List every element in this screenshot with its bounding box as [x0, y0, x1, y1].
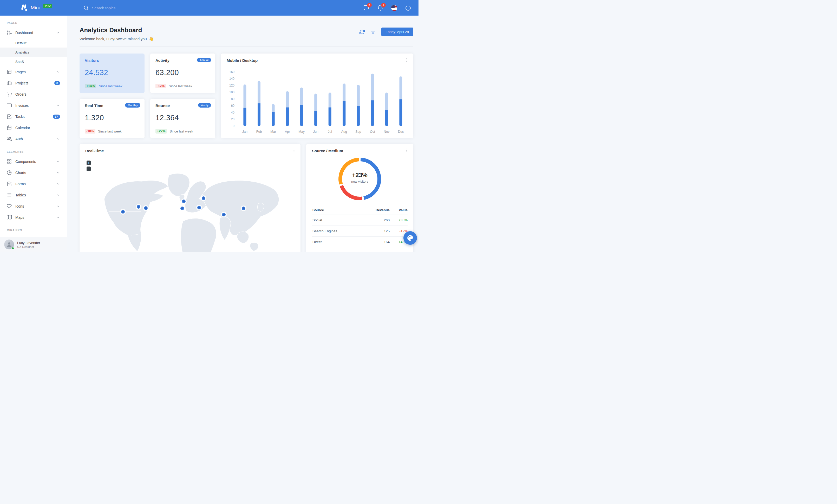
map-marker[interactable]	[136, 204, 141, 210]
messages-button[interactable]: 3	[363, 5, 369, 11]
sidebar-item-invoices[interactable]: Invoices	[0, 100, 67, 111]
sidebar-item-dashboard[interactable]: Dashboard	[0, 27, 67, 38]
calendar-icon	[7, 125, 12, 130]
chevron-down-icon	[56, 193, 60, 197]
sidebar-item-label: Tables	[15, 193, 53, 197]
sidebar-item-calendar[interactable]: Calendar	[0, 122, 67, 133]
sidebar-item-label: Components	[15, 160, 53, 164]
sidebar-item-analytics[interactable]: Analytics	[0, 48, 67, 57]
map-marker[interactable]	[120, 209, 126, 214]
map-zoom-in-button[interactable]: +	[87, 161, 91, 165]
chart-title: Mobile / Desktop	[227, 58, 408, 62]
col-revenue: Revenue	[362, 205, 390, 215]
theme-customizer-button[interactable]	[404, 231, 417, 245]
notifications-button[interactable]: 7	[377, 5, 384, 11]
language-flag-us[interactable]	[391, 5, 397, 11]
map-marker[interactable]	[201, 195, 207, 201]
map-zoom-out-button[interactable]: −	[87, 167, 91, 171]
more-vertical-icon[interactable]	[405, 58, 409, 62]
svg-text:May: May	[298, 130, 305, 133]
donut-center-label: new visitors	[336, 180, 383, 183]
sidebar-item-projects[interactable]: Projects 8	[0, 77, 67, 89]
sidebar-item-charts[interactable]: Charts	[0, 167, 67, 178]
more-vertical-icon[interactable]	[292, 148, 296, 153]
sidebar-section-mira-pro: MIRA PRO	[0, 223, 67, 234]
map-marker[interactable]	[196, 205, 202, 210]
search-input[interactable]	[92, 6, 149, 10]
chevron-down-icon	[56, 171, 60, 174]
map-marker[interactable]	[179, 205, 185, 211]
sign-out-button[interactable]	[405, 5, 411, 11]
more-vertical-icon[interactable]	[405, 148, 409, 153]
sidebar-item-maps[interactable]: Maps	[0, 212, 67, 223]
svg-text:Feb: Feb	[256, 130, 262, 133]
sidebar-item-tables[interactable]: Tables	[0, 189, 67, 201]
shopping-cart-icon	[7, 92, 12, 97]
header-actions: Today: April 29	[359, 27, 413, 36]
col-source: Source	[312, 205, 362, 215]
map-marker[interactable]	[241, 205, 246, 211]
pie-chart-icon	[7, 170, 12, 175]
svg-text:Sep: Sep	[355, 130, 361, 133]
stat-value: 24.532	[85, 68, 139, 77]
sidebar-item-tasks[interactable]: Tasks 17	[0, 111, 67, 122]
pro-badge: PRO	[43, 4, 53, 8]
sidebar-item-default[interactable]: Default	[0, 38, 67, 48]
svg-text:100: 100	[229, 90, 234, 94]
svg-text:Jan: Jan	[242, 130, 247, 133]
mobile-desktop-chart-card: Mobile / Desktop 020406080100120140160Ja…	[221, 54, 413, 138]
refresh-icon[interactable]	[359, 29, 365, 35]
chevron-down-icon	[56, 182, 60, 186]
sidebar-item-auth[interactable]: Auth	[0, 133, 67, 145]
sidebar-user[interactable]: Lucy Lavender UX Designer	[0, 237, 67, 252]
svg-text:Mar: Mar	[270, 130, 276, 133]
donut-center-value: +23%	[336, 172, 383, 179]
stat-caption: Since last week	[98, 129, 121, 133]
sidebar-item-forms[interactable]: Forms	[0, 178, 67, 189]
svg-text:Dec: Dec	[398, 130, 404, 133]
sidebar-item-pages[interactable]: Pages	[0, 66, 67, 77]
svg-text:Jun: Jun	[313, 130, 318, 133]
stat-period-badge: Yearly	[198, 103, 211, 108]
map-marker[interactable]	[181, 199, 186, 204]
stat-card-realtime[interactable]: Real-Time Monthly 1.320 -18% Since last …	[79, 99, 144, 138]
table-row[interactable]: Direct 164 +46%	[312, 237, 408, 247]
chevron-down-icon	[56, 216, 60, 219]
map-marker[interactable]	[143, 205, 149, 211]
search-icon	[84, 5, 89, 11]
svg-text:40: 40	[231, 111, 235, 114]
map-title: Real-Time	[85, 149, 295, 153]
table-row[interactable]: Search Engines 125 -12%	[312, 226, 408, 237]
world-map[interactable]: + −	[79, 157, 301, 252]
users-icon	[7, 136, 12, 141]
chevron-down-icon	[56, 104, 60, 107]
sidebar-item-icons[interactable]: Icons	[0, 201, 67, 212]
stat-card-activity[interactable]: Activity Annual 63.200 -12% Since last w…	[150, 54, 215, 93]
navbar-search[interactable]	[84, 5, 149, 11]
stat-caption: Since last week	[99, 84, 122, 88]
stat-card-visitors[interactable]: Visitors 24.532 +14% Since last week	[79, 54, 144, 93]
brand[interactable]: Mira PRO	[0, 4, 52, 11]
source-table: Source Revenue Value Social 260 +35% Sea…	[312, 205, 408, 247]
sidebar-item-components[interactable]: Components	[0, 156, 67, 167]
main-content: Analytics Dashboard Welcome back, Lucy! …	[67, 16, 418, 252]
cell-source: Social	[312, 215, 362, 226]
filter-icon[interactable]	[370, 29, 376, 35]
stat-delta: +14%	[85, 83, 96, 88]
credit-card-icon	[7, 103, 12, 108]
header-divider	[79, 46, 413, 47]
sidebar-item-orders[interactable]: Orders	[0, 89, 67, 100]
chevron-down-icon	[56, 70, 60, 74]
sliders-icon	[7, 30, 12, 35]
projects-badge: 8	[54, 81, 60, 85]
stat-card-bounce[interactable]: Bounce Yearly 12.364 +27% Since last wee…	[150, 99, 215, 138]
svg-text:160: 160	[229, 70, 234, 74]
svg-text:120: 120	[229, 83, 234, 87]
map-marker[interactable]	[221, 212, 227, 218]
sidebar-item-saas[interactable]: SaaS	[0, 57, 67, 66]
stat-value: 1.320	[85, 114, 139, 122]
sidebar-item-label: Charts	[15, 171, 53, 175]
grid-icon	[7, 159, 12, 164]
table-row[interactable]: Social 260 +35%	[312, 215, 408, 226]
date-button[interactable]: Today: April 29	[381, 27, 413, 36]
